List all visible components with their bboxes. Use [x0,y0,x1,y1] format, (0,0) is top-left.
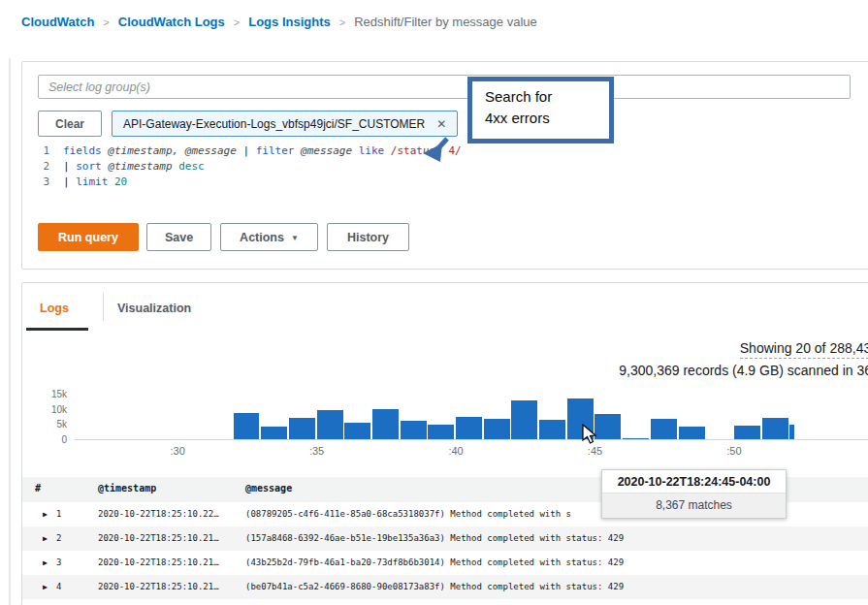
code-token: @timestamp, @message [108,144,242,157]
row-timestamp: 2020-10-22T18:25:10.21… [98,533,219,543]
histogram-bar[interactable] [484,419,510,439]
row-number: 4 [56,582,61,591]
breadcrumb-item-1[interactable]: CloudWatch [21,15,94,29]
log-group-tag-label: API-Gateway-Execution-Logs_vbfsp49jci/SF… [123,117,425,131]
tab-logs[interactable]: Logs [40,302,69,315]
column-header-message: @message [245,483,292,494]
column-header-number: # [35,483,41,494]
actions-button-label: Actions [240,231,284,244]
code-token: | [63,175,76,188]
histogram-bar[interactable] [401,421,427,439]
tab-divider [103,293,104,321]
histogram-bar[interactable] [317,410,343,439]
code-token: desc [178,160,205,173]
histogram-bar[interactable] [234,413,260,439]
histogram-bar[interactable] [651,419,677,439]
histogram-bar[interactable] [539,420,565,439]
row-message: (be07b41a-c5a2-4669-8680-90e08173a83f) M… [245,582,624,591]
clear-button[interactable]: Clear [38,111,102,137]
histogram-bar[interactable] [456,417,482,439]
x-tick-label: :30 [170,445,184,457]
breadcrumb-item-4: Redshift/Filter by message value [354,15,537,29]
query-line-3[interactable]: 3| limit 20 [42,175,462,190]
row-number: 3 [56,557,61,567]
histogram-plot[interactable] [75,389,868,440]
table-row-5[interactable]: ▶52020-10-22T18:25:10.21…(xxxxxxxx-xxxx-… [22,599,868,605]
expand-row-icon[interactable]: ▶ [43,510,48,519]
table-row-2[interactable]: ▶22020-10-22T18:25:10.21…(157a8468-6392-… [22,526,868,551]
histogram-bar[interactable] [734,426,760,439]
histogram-bar[interactable] [789,425,793,439]
row-message: (08789205-c4f6-411e-85a0-68ca5318037f) M… [245,509,571,519]
y-tick-label: 0 [22,434,67,445]
y-tick-label: 5k [22,419,67,430]
y-tick-label: 15k [22,389,67,399]
results-panel: Logs Visualization Showing 20 of 288,433… [21,282,868,605]
histogram-bar[interactable] [623,438,649,439]
breadcrumb-item-3[interactable]: Logs Insights [248,15,331,29]
query-editor[interactable]: 1fields @timestamp, @message | filter @m… [42,143,462,190]
histogram-bar[interactable] [679,427,705,439]
chevron-down-icon: ▼ [291,234,299,242]
annotation-callout: Search for 4xx errors [467,77,614,143]
code-token: @timestamp [108,160,178,173]
annotation-arrow-icon [415,136,475,169]
y-axis-ticks: 05k10k15k [22,389,67,440]
code-token: | [63,160,76,173]
code-token: | [242,144,255,157]
breadcrumb: CloudWatch>CloudWatch Logs>Logs Insights… [21,15,537,29]
breadcrumb-chevron-icon: > [103,16,109,28]
log-group-select-input[interactable] [38,75,851,99]
tooltip-timestamp: 2020-10-22T18:24:45-04:00 [602,470,786,493]
code-token: like [359,144,391,157]
mouse-cursor-icon [580,424,599,445]
y-tick-label: 10k [22,404,67,415]
histogram-bar[interactable] [762,418,788,439]
row-timestamp: 2020-10-22T18:25:10.22… [98,509,219,519]
history-button[interactable]: History [327,223,409,251]
code-token: 20 [114,175,127,188]
expand-row-icon[interactable]: ▶ [43,558,48,567]
histogram-bar[interactable] [261,427,287,439]
tab-visualization[interactable]: Visualization [117,302,191,315]
log-group-tag[interactable]: API-Gateway-Execution-Logs_vbfsp49jci/SF… [112,111,458,137]
table-row-3[interactable]: ▶32020-10-22T18:25:10.21…(43b25b2d-79fb-… [22,551,868,575]
code-token: limit [76,175,114,188]
expand-row-icon[interactable]: ▶ [43,583,48,591]
annotation-text-line1: Search for [485,86,609,108]
row-message: (43b25b2d-79fb-46a1-ba20-73df8b6b3014) M… [245,557,624,567]
query-line-2[interactable]: 2| sort @timestamp desc [42,159,462,175]
status-scanned-records: 9,300,369 records (4.9 GB) scanned in 36… [619,363,868,378]
remove-log-group-icon[interactable]: ✕ [436,117,446,131]
cloudwatch-logs-insights-screen: CloudWatch>CloudWatch Logs>Logs Insights… [0,0,868,605]
code-token: filter [256,144,301,157]
row-number: 1 [56,509,61,519]
histogram-bar[interactable] [511,400,537,439]
row-timestamp: 2020-10-22T18:25:10.21… [98,582,219,591]
breadcrumb-chevron-icon: > [234,16,240,28]
x-tick-label: :40 [448,445,463,457]
annotation-text-line2: 4xx errors [485,108,609,129]
x-tick-label: :35 [309,445,324,457]
histogram-bar[interactable] [372,409,399,439]
breadcrumb-item-2[interactable]: CloudWatch Logs [118,15,225,29]
code-token: sort [76,160,108,173]
column-header-timestamp: @timestamp [98,483,156,494]
histogram-bar[interactable] [344,423,370,439]
code-token: @message [301,144,359,157]
table-row-4[interactable]: ▶42020-10-22T18:25:10.21…(be07b41a-c5a2-… [22,575,868,599]
query-line-1[interactable]: 1fields @timestamp, @message | filter @m… [42,143,462,159]
x-tick-label: :45 [588,445,602,457]
row-timestamp: 2020-10-22T18:25:10.21… [98,557,219,567]
expand-row-icon[interactable]: ▶ [43,534,48,543]
actions-button[interactable]: Actions▼ [220,223,318,251]
breadcrumb-chevron-icon: > [339,16,345,28]
run-query-button[interactable]: Run query [38,223,139,251]
histogram-bar[interactable] [289,418,315,439]
histogram-bar[interactable] [428,425,454,439]
line-number: 3 [42,175,49,190]
x-axis-ticks: :30:35:40:45:50 [75,445,868,459]
selected-log-groups-row: Clear API-Gateway-Execution-Logs_vbfsp49… [38,111,458,137]
save-button[interactable]: Save [146,223,211,251]
active-tab-underline [26,328,88,331]
